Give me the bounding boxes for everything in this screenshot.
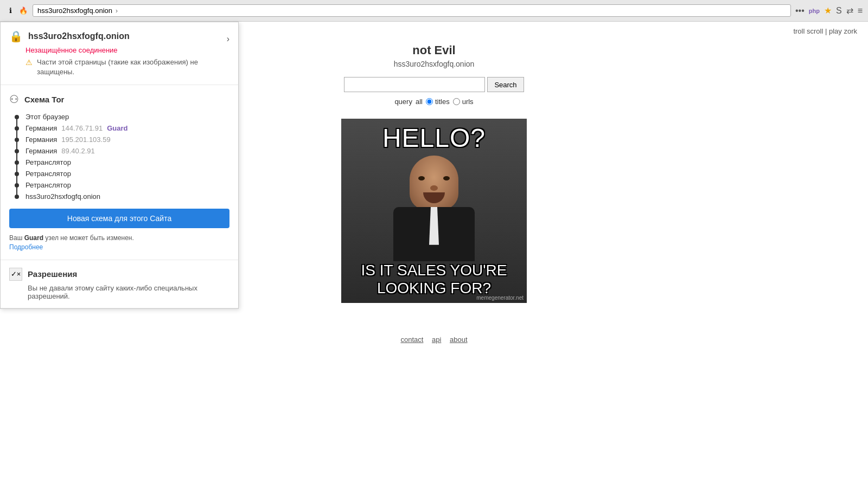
php-badge[interactable]: php [809, 8, 820, 14]
query-label: query [394, 98, 412, 106]
meme-top-text: HELLO? [382, 124, 486, 153]
all-label: all [416, 98, 423, 106]
more-link[interactable]: Подробнее [9, 243, 43, 251]
address-text: hss3uro2hsxfogfq.onion [37, 7, 112, 15]
meme-bg: HELLO? [341, 119, 527, 303]
urls-radio[interactable] [453, 98, 460, 105]
sync2-icon[interactable]: ⇄ [846, 5, 853, 16]
tor-dot-4 [15, 160, 19, 165]
api-link[interactable]: api [432, 335, 441, 344]
top-links: troll scroll | play zork [793, 27, 857, 35]
titles-radio-label[interactable]: titles [426, 98, 450, 106]
tor-share-icon: ⚇ [9, 93, 19, 106]
permissions-header: ✓× Разрешения [9, 268, 229, 281]
tor-header: ⚇ Схема Tor [9, 93, 229, 106]
tor-node-4: Ретранслятор [15, 157, 229, 168]
tor-node-name-0: Этот браузер [25, 113, 69, 121]
tor-dot-1 [15, 126, 19, 131]
tor-browser-icon[interactable]: 🔥 [18, 6, 28, 16]
meme-bottom-text: IS IT SALES YOU'RE LOOKING FOR? [347, 261, 521, 298]
tor-node-5: Ретранслятор [15, 168, 229, 179]
lock-icon: 🔒 [9, 30, 23, 43]
tor-section: ⚇ Схема Tor Этот браузерГермания144.76.7… [1, 85, 238, 260]
warning-triangle-icon: ⚠ [25, 58, 33, 67]
link-separator: | [825, 27, 827, 35]
meme-head [410, 156, 458, 210]
sync-icon[interactable]: S [836, 6, 842, 16]
site-title: not Evil [412, 43, 455, 57]
guard-label: Guard [24, 234, 43, 242]
browser-right-icons: ••• php ★ S ⇄ ≡ [795, 5, 863, 16]
circuit-note-text2: узел не может быть изменен. [43, 234, 134, 242]
urls-label: urls [462, 98, 474, 106]
tor-dot-2 [15, 138, 19, 142]
tor-node-1: Германия144.76.71.91Guard [15, 122, 229, 134]
urls-radio-label[interactable]: urls [453, 98, 474, 106]
browser-nav-icons: ℹ 🔥 [5, 6, 28, 16]
footer-links: contact api about [397, 335, 470, 344]
tor-node-name-7: hss3uro2hsxfogfq.onion [25, 192, 100, 201]
security-warning-text: Незащищённое соединение [9, 46, 229, 54]
contact-link[interactable]: contact [400, 335, 423, 344]
tor-dot-7 [15, 195, 19, 199]
site-domain: hss3uro2hsxfogfq.onion [394, 60, 475, 68]
tor-dot-6 [15, 183, 19, 188]
permissions-desc: Вы не давали этому сайту каких-либо спец… [9, 284, 229, 300]
tor-node-ip-3: 89.40.2.91 [61, 147, 94, 155]
bookmark-star-icon[interactable]: ★ [824, 5, 832, 16]
tor-dot-3 [15, 149, 19, 153]
titles-label: titles [435, 98, 450, 106]
security-domain: hss3uro2hsxfogfq.onion [28, 31, 130, 41]
circuit-note-text1: Ваш [9, 234, 24, 242]
troll-scroll-link[interactable]: troll scroll [793, 27, 823, 35]
meme-face-area [380, 153, 488, 261]
meme-shirt [426, 207, 442, 245]
tor-node-name-1: Германия [25, 124, 57, 132]
security-info-row: ⚠ Части этой страницы (такие как изображ… [9, 57, 229, 77]
browser-chrome: ℹ 🔥 hss3uro2hsxfogfq.onion › ••• php ★ S… [0, 0, 868, 22]
search-row: Search [344, 77, 524, 92]
address-chevron: › [116, 7, 118, 15]
tor-title: Схема Tor [24, 95, 64, 104]
new-circuit-button[interactable]: Новая схема для этого Сайта [9, 209, 229, 228]
tor-chain: Этот браузерГермания144.76.71.91GuardГер… [9, 111, 229, 202]
security-header: 🔒 hss3uro2hsxfogfq.onion [9, 30, 229, 43]
permissions-title: Разрешения [28, 269, 77, 279]
search-button[interactable]: Search [487, 77, 524, 92]
meme-nose [430, 185, 438, 191]
filter-row: query all titles urls [394, 98, 473, 106]
titles-radio[interactable] [426, 98, 433, 105]
tor-node-name-5: Ретранслятор [25, 170, 71, 178]
tor-node-badge-1: Guard [107, 124, 127, 132]
meme-mouth [423, 192, 445, 203]
hamburger-menu-icon[interactable]: ≡ [858, 6, 863, 16]
permissions-section: ✓× Разрешения Вы не давали этому сайту к… [1, 260, 238, 308]
permissions-icon: ✓× [9, 268, 22, 281]
tor-node-ip-2: 195.201.103.59 [61, 135, 110, 144]
tor-dot-0 [15, 115, 19, 119]
tor-node-7: hss3uro2hsxfogfq.onion [15, 191, 229, 202]
tor-node-name-6: Ретранслятор [25, 181, 71, 189]
info-icon[interactable]: ℹ [5, 6, 15, 16]
permissions-icon-chars: ✓× [11, 270, 21, 278]
search-input[interactable] [344, 77, 485, 92]
tor-node-0: Этот браузер [15, 111, 229, 122]
tor-node-ip-1: 144.76.71.91 [61, 124, 103, 132]
tor-node-name-2: Германия [25, 135, 57, 144]
about-link[interactable]: about [450, 335, 468, 344]
security-dropdown-panel: 🔒 hss3uro2hsxfogfq.onion Незащищённое со… [0, 22, 239, 309]
tor-node-name-4: Ретранслятор [25, 158, 71, 166]
play-zork-link[interactable]: play zork [829, 27, 857, 35]
tor-node-3: Германия89.40.2.91 [15, 145, 229, 157]
panel-expand-chevron[interactable]: › [227, 34, 229, 44]
tor-dot-5 [15, 172, 19, 176]
meme-figure [385, 156, 483, 261]
security-info-text: Части этой страницы (такие как изображен… [37, 57, 229, 77]
tor-node-6: Ретранслятор [15, 179, 229, 191]
circuit-note: Ваш Guard узел не может быть изменен. По… [9, 234, 229, 252]
tor-node-name-3: Германия [25, 147, 57, 155]
meme-body [393, 207, 475, 261]
overflow-menu-icon[interactable]: ••• [795, 6, 805, 16]
address-bar[interactable]: hss3uro2hsxfogfq.onion › [33, 4, 791, 17]
meme-image-container: HELLO? [341, 119, 527, 303]
